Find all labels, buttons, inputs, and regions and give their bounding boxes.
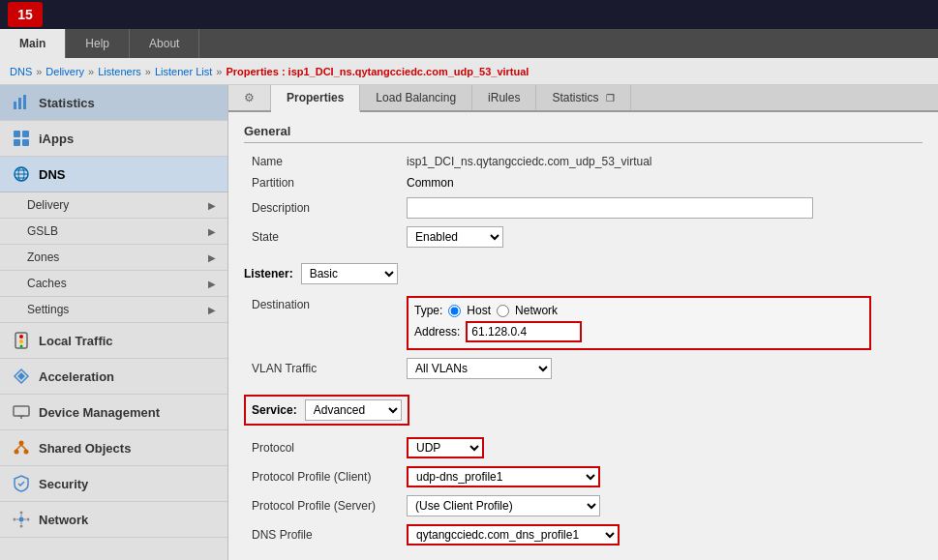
content-area: ⚙ Properties Load Balancing iRules Stati… [228,85,938,560]
properties-tab-gear: ⚙ [228,85,271,110]
network-radio[interactable] [497,305,509,317]
top-bar: 15 [0,0,938,29]
sidebar-subitem-zones[interactable]: Zones ▶ [0,245,227,271]
svg-point-21 [19,441,24,446]
settings-arrow-icon: ▶ [208,305,216,315]
network-icon [12,510,31,529]
sidebar-item-acceleration[interactable]: Acceleration [0,359,227,395]
host-radio[interactable] [448,305,461,317]
protocol-select[interactable]: UDP TCP Any [407,437,484,458]
svg-rect-18 [14,406,29,416]
listener-select[interactable]: Basic Advanced [301,263,398,284]
tab-load-balancing[interactable]: Load Balancing [360,85,472,110]
accel-icon [12,367,31,386]
svg-rect-2 [23,95,26,109]
sidebar-item-network[interactable]: Network [0,502,227,538]
main-nav: Main Help About [0,29,938,58]
address-row: Address: [414,321,863,342]
svg-rect-6 [22,139,29,146]
destination-row: Destination Type: Host Network Ad [244,292,923,354]
tab-properties[interactable]: Properties [271,85,360,112]
svg-point-14 [19,339,23,343]
sidebar-item-local-traffic[interactable]: Local Traffic [0,323,227,359]
type-label: Type: [414,304,442,317]
state-select[interactable]: Enabled Disabled [407,226,503,248]
gslb-arrow-icon: ▶ [208,226,216,237]
vlan-label: VLAN Traffic [244,354,399,383]
service-table: Protocol UDP TCP Any Protocol Profile (C… [244,433,923,549]
description-row: Description [244,193,923,222]
general-section-title: General [244,124,923,143]
sidebar-statistics-label: Statistics [39,96,95,110]
breadcrumb-listener-list[interactable]: Listener List [155,66,212,77]
sidebar-item-device-management[interactable]: Device Management [0,395,227,430]
address-input[interactable] [466,321,582,342]
protocol-row: Protocol UDP TCP Any [244,433,923,462]
partition-row: Partition Common [244,172,923,193]
name-label: Name [244,151,399,172]
tab-irules[interactable]: iRules [472,85,536,110]
tab-statistics[interactable]: Statistics ❐ [536,85,631,110]
sidebar-item-iapps[interactable]: iApps [0,121,227,157]
listener-label: Listener: [244,267,293,280]
svg-point-13 [19,335,23,339]
protocol-profile-server-select[interactable]: (Use Client Profile) [407,495,600,516]
caches-arrow-icon: ▶ [208,279,216,289]
globe-icon [12,164,31,184]
name-value: isp1_DCI_ns.qytangcciedc.com_udp_53_virt… [407,155,651,168]
dns-profile-label: DNS Profile [244,520,399,549]
partition-value: Common [407,176,454,190]
logo: 15 [8,2,43,27]
sidebar-device-mgmt-label: Device Management [39,405,160,420]
sidebar-iapps-label: iApps [39,132,74,146]
breadcrumb-delivery[interactable]: Delivery [45,66,84,77]
breadcrumb: DNS » Delivery » Listeners » Listener Li… [0,58,938,85]
svg-point-30 [20,525,23,528]
svg-rect-5 [14,139,20,146]
device-icon [12,402,31,422]
sidebar-item-statistics[interactable]: Statistics [0,85,227,121]
dns-profile-row: DNS Profile qytangcciedc.com_dns_profile… [244,520,923,549]
sidebar-subitem-caches[interactable]: Caches ▶ [0,271,227,297]
sidebar-item-dns[interactable]: DNS [0,157,227,192]
service-select[interactable]: Basic Advanced [305,399,402,421]
sidebar-subitem-gslb[interactable]: GSLB ▶ [0,219,227,245]
protocol-label: Protocol [244,433,399,462]
svg-marker-17 [17,372,25,380]
help-tab[interactable]: Help [66,29,130,58]
breadcrumb-listeners[interactable]: Listeners [98,66,141,77]
service-row: Service: Basic Advanced [244,395,409,426]
traffic-icon [12,331,31,350]
sidebar-local-traffic-label: Local Traffic [39,334,113,348]
sidebar-subitem-settings[interactable]: Settings ▶ [0,297,227,323]
dns-profile-select[interactable]: qytangcciedc.com_dns_profile1 [407,524,620,545]
svg-rect-1 [18,98,21,109]
svg-rect-3 [14,131,20,137]
sidebar-network-label: Network [39,513,88,527]
form-content: General Name isp1_DCI_ns.qytangcciedc.co… [228,112,938,560]
address-label: Address: [414,325,460,339]
destination-box: Type: Host Network Address: [407,296,871,350]
protocol-profile-server-row: Protocol Profile (Server) (Use Client Pr… [244,491,923,520]
main-tab[interactable]: Main [0,29,66,58]
sidebar-shared-objects-label: Shared Objects [39,441,131,456]
breadcrumb-dns[interactable]: DNS [10,66,32,77]
protocol-profile-client-select[interactable]: udp-dns_profile1 [407,466,600,487]
zones-arrow-icon: ▶ [208,252,216,263]
about-tab[interactable]: About [130,29,199,58]
sidebar-subitem-delivery[interactable]: Delivery ▶ [0,192,227,219]
description-input[interactable] [407,197,813,219]
state-label: State [244,222,399,251]
svg-line-24 [16,445,21,450]
content-tabs: ⚙ Properties Load Balancing iRules Stati… [228,85,938,112]
protocol-profile-client-label: Protocol Profile (Client) [244,462,399,491]
listener-row: Listener: Basic Advanced [244,263,923,284]
sidebar-item-security[interactable]: Security [0,466,227,502]
svg-rect-4 [22,131,29,137]
sidebar-item-shared-objects[interactable]: Shared Objects [0,430,227,466]
vlan-select[interactable]: All VLANs Selected VLANs [407,358,552,379]
protocol-profile-server-label: Protocol Profile (Server) [244,491,399,520]
gear-icon: ⚙ [244,91,255,104]
svg-point-22 [15,450,19,455]
svg-line-25 [21,445,26,450]
